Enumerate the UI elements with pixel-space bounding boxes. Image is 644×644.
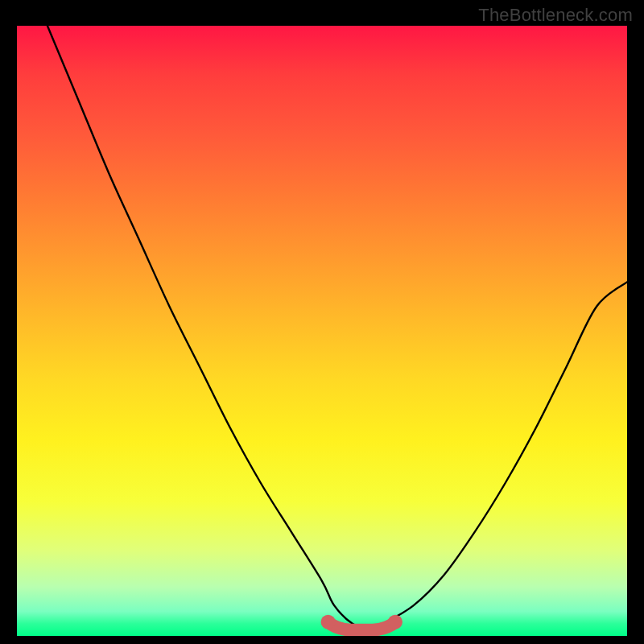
plot-area <box>17 26 627 636</box>
chart-stage: TheBottleneck.com <box>0 0 644 644</box>
bottleneck-curve <box>47 26 627 630</box>
curve-svg <box>17 26 627 636</box>
watermark-text: TheBottleneck.com <box>478 5 633 26</box>
highlight-end-dot <box>388 615 402 630</box>
optimal-range-highlight <box>328 622 395 630</box>
highlight-start-dot <box>321 615 336 630</box>
